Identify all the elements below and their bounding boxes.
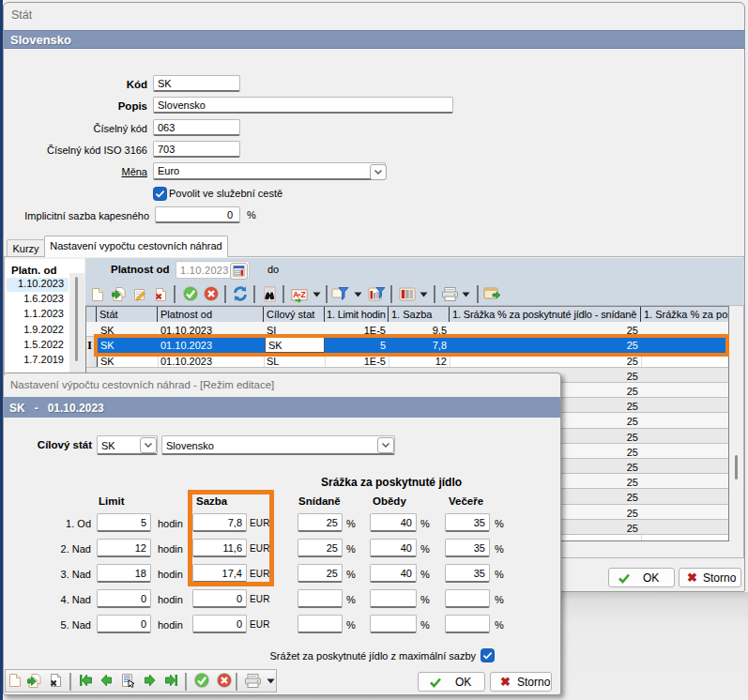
svg-text:Z: Z (301, 290, 306, 299)
svg-text:A: A (293, 290, 298, 299)
